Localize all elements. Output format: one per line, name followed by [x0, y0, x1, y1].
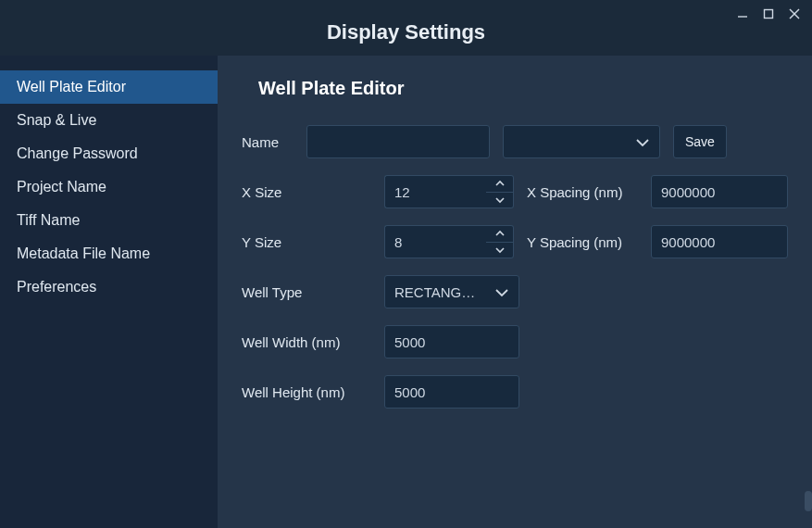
xsize-spinner: [486, 175, 514, 208]
chevron-down-icon: [494, 286, 509, 297]
chevron-up-icon: [495, 180, 505, 187]
maximize-icon: [763, 8, 774, 19]
chevron-up-icon: [495, 230, 505, 237]
chevron-down-icon: [495, 246, 505, 254]
titlebar: Display Settings: [0, 0, 812, 56]
svg-rect-1: [765, 10, 773, 19]
chevron-down-icon: [635, 136, 650, 147]
sidebar-item-preferences[interactable]: Preferences: [0, 270, 218, 304]
xspacing-input[interactable]: 9000000: [651, 175, 788, 208]
minimize-icon: [737, 8, 748, 19]
welltype-label: Well Type: [242, 284, 371, 300]
scrollbar-thumb[interactable]: [805, 491, 812, 511]
welltype-value: RECTANG…: [394, 284, 475, 300]
sidebar-item-well-plate-editor[interactable]: Well Plate Editor: [0, 70, 218, 104]
body: Well Plate Editor Snap & Live Change Pas…: [0, 56, 812, 528]
sidebar: Well Plate Editor Snap & Live Change Pas…: [0, 56, 218, 528]
row-ysize: Y Size 8 Y Spacing (nm) 9000000: [242, 225, 788, 258]
xsize-label: X Size: [242, 184, 371, 200]
row-name: Name Save: [242, 125, 788, 158]
wellheight-input[interactable]: 5000: [384, 375, 519, 409]
xsize-input[interactable]: 12: [384, 175, 486, 208]
maximize-button[interactable]: [762, 7, 775, 20]
sidebar-item-metadata-file-name[interactable]: Metadata File Name: [0, 237, 218, 270]
wellwidth-label: Well Width (nm): [242, 334, 371, 350]
xspacing-label: X Spacing (nm): [527, 184, 638, 200]
ysize-spinner: [486, 225, 514, 258]
ysize-up-button[interactable]: [486, 226, 513, 243]
name-label: Name: [242, 134, 294, 150]
form: Name Save X Size 12: [242, 125, 788, 409]
sidebar-item-change-password[interactable]: Change Password: [0, 137, 218, 170]
xsize-up-button[interactable]: [486, 176, 513, 193]
row-wellwidth: Well Width (nm) 5000: [242, 325, 788, 358]
sidebar-item-project-name[interactable]: Project Name: [0, 170, 218, 204]
ysize-input[interactable]: 8: [384, 225, 486, 258]
ysize-label: Y Size: [242, 234, 371, 250]
preset-select[interactable]: [503, 125, 660, 158]
ysize-down-button[interactable]: [486, 243, 513, 258]
welltype-select[interactable]: RECTANG…: [384, 275, 519, 308]
sidebar-item-snap-live[interactable]: Snap & Live: [0, 104, 218, 137]
wellheight-label: Well Height (nm): [242, 384, 371, 400]
row-wellheight: Well Height (nm) 5000: [242, 375, 788, 409]
row-welltype: Well Type RECTANG…: [242, 275, 788, 308]
window: Display Settings Well Plate Editor Snap …: [0, 0, 812, 528]
window-title: Display Settings: [0, 0, 812, 44]
minimize-button[interactable]: [736, 7, 749, 20]
chevron-down-icon: [495, 196, 505, 204]
yspacing-input[interactable]: 9000000: [651, 225, 788, 258]
yspacing-label: Y Spacing (nm): [527, 234, 638, 250]
save-button[interactable]: Save: [673, 125, 727, 158]
main-panel: Well Plate Editor Name Save X Size 12: [218, 56, 812, 528]
ysize-stepper: 8: [384, 225, 514, 258]
sidebar-item-tiff-name[interactable]: Tiff Name: [0, 204, 218, 237]
close-button[interactable]: [788, 7, 801, 20]
xsize-stepper: 12: [384, 175, 514, 208]
xsize-down-button[interactable]: [486, 193, 513, 208]
row-xsize: X Size 12 X Spacing (nm) 9000000: [242, 175, 788, 208]
close-icon: [789, 8, 800, 19]
window-controls: [736, 7, 801, 20]
wellwidth-input[interactable]: 5000: [384, 325, 519, 358]
name-input[interactable]: [306, 125, 490, 158]
panel-title: Well Plate Editor: [258, 78, 788, 99]
